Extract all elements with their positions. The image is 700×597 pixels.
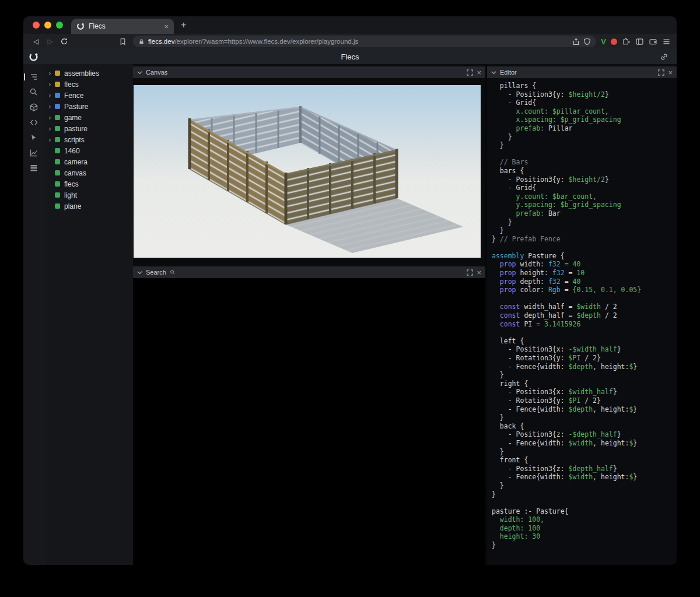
tab-title: Flecs <box>89 22 160 30</box>
tree-item[interactable]: ›Fence <box>44 90 133 101</box>
fullscreen-icon[interactable] <box>467 269 473 276</box>
extensions-puzzle-icon[interactable] <box>622 37 631 46</box>
code-line: - Position3{z: $depth_half} <box>492 465 676 473</box>
expand-chevron-icon[interactable]: › <box>48 125 55 132</box>
wallet-icon[interactable] <box>649 37 657 46</box>
code-line <box>492 328 676 337</box>
entities-box-icon[interactable] <box>27 103 40 112</box>
browser-tab[interactable]: Flecs × <box>71 19 174 34</box>
editor-panel-header: Editor × <box>487 66 677 78</box>
entity-color-swatch <box>55 137 60 142</box>
code-line: - Fence{width: $depth, height:$} <box>492 405 676 414</box>
code-line: } <box>492 541 676 550</box>
code-line: prop color: Rgb = {0.15, 0.1, 0.05} <box>492 286 676 294</box>
code-icon[interactable] <box>27 118 40 127</box>
code-line: // Bars <box>492 158 676 167</box>
tree-item[interactable]: ›Pasture <box>44 101 133 112</box>
window-minimize-button[interactable] <box>44 22 51 29</box>
url-bar[interactable]: flecs.dev/explorer/?wasm=https://www.fle… <box>133 36 596 47</box>
tree-item[interactable]: plane <box>44 201 133 212</box>
code-line: bars { <box>492 167 676 175</box>
collapse-chevron-icon[interactable] <box>137 71 142 75</box>
tree-item[interactable]: ›pasture <box>44 123 133 134</box>
code-line: prop height: f32 = 10 <box>492 269 676 278</box>
tab-bar: Flecs × + <box>23 16 677 34</box>
tree-item[interactable]: ›game <box>44 112 133 123</box>
code-line <box>492 243 676 252</box>
expand-chevron-icon[interactable]: › <box>48 136 55 143</box>
code-line: prefab: Pillar <box>492 124 676 133</box>
close-panel-icon[interactable]: × <box>477 269 481 276</box>
code-line: - Position3{x: $width_half} <box>492 388 676 396</box>
shield-icon[interactable] <box>583 38 591 45</box>
extension-buttons: V <box>601 37 671 46</box>
code-line: width: 100, <box>492 515 676 524</box>
canvas-panel-title: Canvas <box>146 69 167 76</box>
code-line: x.spacing: $p_grid_spacing <box>492 115 676 124</box>
code-line: - Rotation3{y: $PI / 2} <box>492 396 676 405</box>
search-icon[interactable] <box>27 87 40 97</box>
search-results-area[interactable] <box>133 278 485 565</box>
tree-item[interactable]: ›scripts <box>44 134 133 145</box>
code-editor[interactable]: pillars { - Position3{y: $height/2} - Gr… <box>487 78 677 565</box>
tree-item-label: scripts <box>64 136 85 144</box>
rows-icon[interactable] <box>27 163 40 173</box>
forward-icon[interactable]: ▷ <box>43 35 57 48</box>
expand-chevron-icon[interactable]: › <box>48 70 55 77</box>
new-tab-button[interactable]: + <box>181 20 186 30</box>
collapse-chevron-icon[interactable] <box>491 71 496 75</box>
inspect-cursor-icon[interactable] <box>27 133 40 142</box>
expand-chevron-icon[interactable]: › <box>48 103 55 110</box>
entity-color-swatch <box>55 148 60 153</box>
code-line: } <box>492 371 676 380</box>
share-icon[interactable] <box>572 38 580 45</box>
link-icon[interactable] <box>660 52 668 61</box>
window-close-button[interactable] <box>33 22 40 29</box>
tree-item[interactable]: camera <box>44 156 133 167</box>
tree-item[interactable]: 1460 <box>44 145 133 156</box>
sidebar-toggle-icon[interactable] <box>635 37 644 46</box>
code-line: } <box>492 133 676 142</box>
entity-color-swatch <box>55 203 60 209</box>
code-line: - Position3{y: $height/2} <box>492 175 676 184</box>
entity-color-swatch <box>55 82 60 87</box>
code-line: const depth_half = $depth / 2 <box>492 311 676 320</box>
tree-item[interactable]: ›assemblies <box>44 68 133 79</box>
tab-close-icon[interactable]: × <box>164 23 169 30</box>
editor-column: Editor × pillars { - Position3{y: $heigh… <box>487 64 677 565</box>
close-panel-icon[interactable]: × <box>477 69 481 76</box>
collapse-chevron-icon[interactable] <box>137 271 142 275</box>
window-zoom-button[interactable] <box>56 22 63 29</box>
entity-color-swatch <box>55 115 60 120</box>
expand-chevron-icon[interactable]: › <box>48 81 55 88</box>
code-line: right { <box>492 380 676 388</box>
code-line: prop depth: f32 = 40 <box>492 278 676 286</box>
tree-item[interactable]: canvas <box>44 167 133 178</box>
code-line: const width_half = $width / 2 <box>492 303 676 311</box>
entity-color-swatch <box>55 170 60 175</box>
bookmark-icon[interactable] <box>116 35 130 48</box>
fullscreen-icon[interactable] <box>467 69 473 76</box>
stats-chart-icon[interactable] <box>27 148 40 157</box>
entity-color-swatch <box>55 181 60 187</box>
v-extension-icon[interactable]: V <box>601 37 606 46</box>
fullscreen-icon[interactable] <box>658 69 664 76</box>
back-icon[interactable]: ◁ <box>29 35 43 48</box>
close-panel-icon[interactable]: × <box>668 69 673 76</box>
flecs-logo-icon[interactable] <box>29 52 38 62</box>
expand-chevron-icon[interactable]: › <box>48 92 55 99</box>
tree-item[interactable]: flecs <box>44 178 133 189</box>
reload-icon[interactable] <box>57 35 71 48</box>
tree-item[interactable]: ›flecs <box>44 79 133 90</box>
expand-chevron-icon[interactable]: › <box>48 114 55 121</box>
record-extension-icon[interactable] <box>611 38 617 45</box>
browser-toolbar: ◁ ▷ flecs.dev/explorer/?wasm=https://www… <box>23 34 677 49</box>
code-line: depth: 100 <box>492 524 676 533</box>
canvas-3d-scene[interactable] <box>134 85 481 258</box>
tree-item[interactable]: light <box>44 189 133 201</box>
lock-icon <box>138 38 145 45</box>
canvas-panel-body <box>133 78 485 266</box>
tree-icon[interactable] <box>27 72 40 82</box>
menu-icon[interactable] <box>662 37 671 46</box>
search-panel-title: Search <box>146 269 166 276</box>
